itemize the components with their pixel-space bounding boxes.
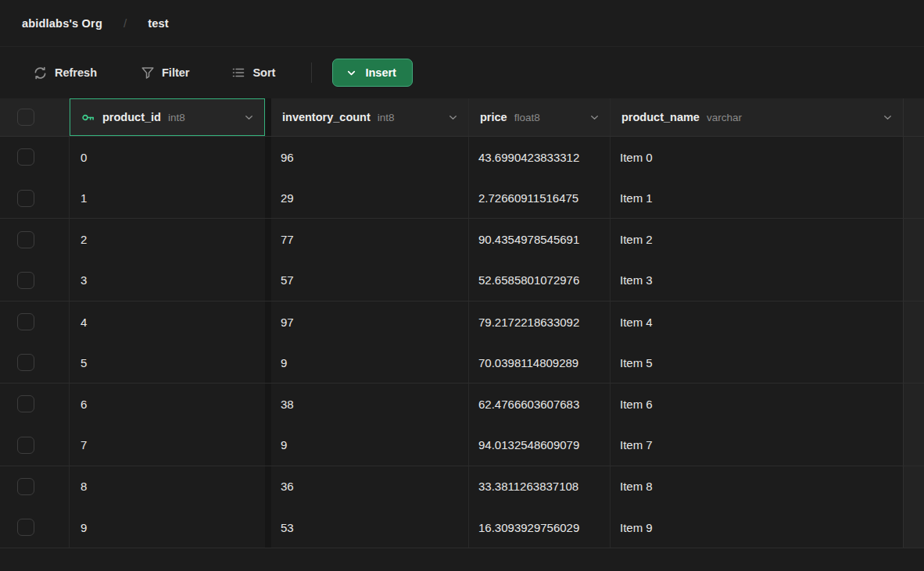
select-all-checkbox[interactable]: [17, 109, 34, 126]
row-gutter: [904, 178, 924, 219]
column-type: int8: [378, 112, 395, 123]
cell-product-name[interactable]: Item 2: [611, 219, 904, 260]
row-select-cell: [0, 507, 70, 548]
filter-label: Filter: [162, 66, 189, 79]
column-type: varchar: [707, 112, 742, 123]
cell-inventory-count[interactable]: 57: [271, 260, 469, 301]
cell-inventory-count[interactable]: 96: [271, 137, 469, 178]
insert-label: Insert: [365, 66, 396, 79]
column-header-inventory-count[interactable]: inventory_count int8: [271, 98, 469, 136]
cell-product-id[interactable]: 6: [70, 384, 265, 425]
column-gap: [265, 466, 271, 508]
table-header-row: product_id int8 inventory_count int8 pri…: [0, 98, 924, 137]
row-checkbox[interactable]: [17, 190, 34, 207]
row-checkbox[interactable]: [17, 437, 34, 454]
cell-inventory-count[interactable]: 29: [271, 178, 469, 219]
table-row: 0 96 43.6990423833312 Item 0: [0, 137, 924, 178]
cell-product-name[interactable]: Item 3: [611, 260, 904, 301]
row-gutter: [904, 466, 924, 508]
cell-product-id[interactable]: 3: [70, 260, 265, 301]
cell-inventory-count[interactable]: 53: [271, 507, 469, 548]
row-checkbox[interactable]: [17, 519, 34, 536]
cell-product-name[interactable]: Item 6: [611, 384, 904, 425]
column-gap: [265, 260, 271, 301]
cell-product-id[interactable]: 5: [70, 342, 265, 383]
column-name: product_id: [102, 111, 161, 123]
cell-price[interactable]: 70.0398114809289: [469, 342, 611, 383]
row-select-cell: [0, 219, 70, 260]
cell-inventory-count[interactable]: 9: [271, 342, 469, 383]
column-gap: [265, 342, 271, 383]
cell-inventory-count[interactable]: 9: [271, 425, 469, 466]
cell-price[interactable]: 43.6990423833312: [469, 137, 611, 178]
row-checkbox[interactable]: [17, 231, 34, 248]
cell-price[interactable]: 94.0132548609079: [469, 425, 611, 466]
row-checkbox[interactable]: [17, 313, 34, 330]
column-name: inventory_count: [282, 111, 371, 123]
cell-price[interactable]: 2.72660911516475: [469, 178, 611, 219]
refresh-label: Refresh: [55, 66, 97, 79]
row-checkbox[interactable]: [17, 395, 34, 412]
column-gap: [265, 302, 271, 343]
sort-button[interactable]: Sort: [228, 61, 278, 84]
cell-price[interactable]: 90.4354978545691: [469, 219, 611, 260]
column-header-price[interactable]: price float8: [469, 98, 611, 136]
chevron-down-icon[interactable]: [589, 112, 600, 123]
cell-price[interactable]: 16.3093929756029: [469, 507, 611, 548]
table-row: 1 29 2.72660911516475 Item 1: [0, 178, 924, 219]
cell-product-name[interactable]: Item 8: [611, 466, 904, 508]
cell-product-id[interactable]: 2: [70, 219, 265, 260]
row-checkbox[interactable]: [17, 148, 34, 166]
chevron-down-icon[interactable]: [882, 112, 894, 123]
cell-price[interactable]: 33.3811263837108: [469, 466, 611, 508]
column-type: int8: [168, 112, 185, 123]
table-row: 7 9 94.0132548609079 Item 7: [0, 425, 924, 466]
row-select-cell: [0, 260, 70, 301]
breadcrumb-org[interactable]: abidlabs's Org: [22, 17, 102, 30]
row-select-cell: [0, 425, 70, 466]
row-select-cell: [0, 342, 70, 383]
row-checkbox[interactable]: [17, 354, 34, 371]
cell-product-id[interactable]: 0: [70, 137, 265, 178]
column-name: product_name: [621, 111, 700, 123]
header-gutter: [904, 98, 924, 136]
column-header-product-id[interactable]: product_id int8: [70, 98, 265, 136]
table-row: 6 38 62.4766603607683 Item 6: [0, 384, 924, 425]
cell-product-id[interactable]: 1: [70, 178, 265, 219]
cell-inventory-count[interactable]: 77: [271, 219, 469, 260]
table-row: 5 9 70.0398114809289 Item 5: [0, 342, 924, 384]
cell-inventory-count[interactable]: 97: [271, 302, 469, 343]
row-gutter: [904, 302, 924, 343]
chevron-down-icon[interactable]: [447, 112, 459, 123]
chevron-down-icon[interactable]: [243, 112, 255, 123]
cell-product-name[interactable]: Item 7: [611, 425, 904, 466]
table-row: 8 36 33.3811263837108 Item 8: [0, 466, 924, 508]
filter-button[interactable]: Filter: [138, 61, 192, 84]
cell-product-name[interactable]: Item 9: [611, 507, 904, 548]
cell-product-id[interactable]: 4: [70, 302, 265, 343]
primary-key-icon: [81, 111, 95, 124]
row-checkbox[interactable]: [17, 272, 34, 289]
cell-price[interactable]: 79.2172218633092: [469, 302, 611, 343]
row-gutter: [904, 384, 924, 425]
cell-product-id[interactable]: 7: [70, 425, 265, 466]
cell-product-name[interactable]: Item 4: [611, 302, 904, 343]
row-checkbox[interactable]: [17, 478, 34, 495]
footer-bar: [0, 548, 924, 571]
refresh-button[interactable]: Refresh: [30, 61, 100, 85]
cell-product-id[interactable]: 8: [70, 466, 265, 508]
cell-product-id[interactable]: 9: [70, 507, 265, 548]
cell-price[interactable]: 52.6585801072976: [469, 260, 611, 301]
insert-button[interactable]: Insert: [332, 59, 413, 87]
row-select-cell: [0, 302, 70, 343]
cell-product-name[interactable]: Item 5: [611, 342, 904, 383]
cell-product-name[interactable]: Item 0: [611, 137, 904, 178]
cell-inventory-count[interactable]: 38: [271, 384, 469, 425]
breadcrumb-table[interactable]: test: [148, 17, 169, 30]
column-gap: [265, 137, 271, 178]
cell-price[interactable]: 62.4766603607683: [469, 384, 611, 425]
column-header-product-name[interactable]: product_name varchar: [611, 98, 904, 136]
cell-inventory-count[interactable]: 36: [271, 466, 469, 508]
cell-product-name[interactable]: Item 1: [611, 178, 904, 219]
table-row: 4 97 79.2172218633092 Item 4: [0, 302, 924, 343]
